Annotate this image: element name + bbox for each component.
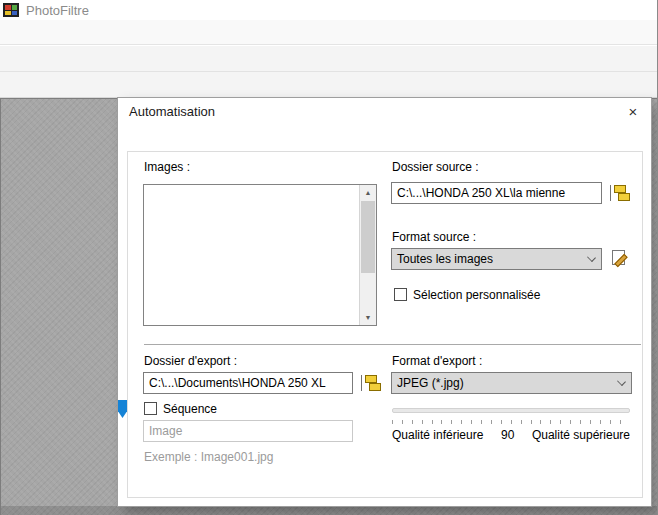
photofiltre-window: PhotoFiltre Automatisation × Images : ▲ … <box>0 0 658 515</box>
chevron-down-icon <box>587 253 596 262</box>
menu-bar <box>0 20 658 45</box>
browse-export-folder-icon[interactable] <box>361 375 380 391</box>
title-bar: PhotoFiltre <box>0 0 658 20</box>
images-label: Images : <box>144 160 190 174</box>
automatisation-dialog: Automatisation × Images : ▲ ▼ Dossier so… <box>118 98 651 506</box>
source-folder-field[interactable]: C:\...\HONDA 250 XL\la mienne <box>391 182 602 204</box>
scroll-up-icon[interactable]: ▲ <box>360 185 376 200</box>
sequence-checkbox[interactable] <box>144 402 157 415</box>
app-logo-icon <box>3 3 19 17</box>
images-listbox[interactable]: ▲ ▼ <box>143 184 377 326</box>
chevron-down-icon <box>617 377 626 386</box>
workspace-bottom-band <box>1 506 658 515</box>
source-format-select[interactable]: Toutes les images <box>391 248 602 270</box>
quality-slider-track[interactable] <box>392 408 630 413</box>
sequence-name-field[interactable]: Image <box>143 420 353 442</box>
main-toolbar <box>0 46 658 72</box>
sequence-example-text: Exemple : Image001.jpg <box>144 450 273 464</box>
list-scrollbar[interactable]: ▲ ▼ <box>359 185 376 325</box>
custom-selection-label: Sélection personnalisée <box>413 288 540 302</box>
export-format-label: Format d'export : <box>392 354 482 368</box>
quality-slider-thumb[interactable] <box>118 400 127 418</box>
custom-selection-checkbox[interactable] <box>394 288 407 301</box>
close-icon[interactable]: × <box>624 102 642 120</box>
quality-value: 90 <box>501 428 514 442</box>
export-format-select[interactable]: JPEG (*.jpg) <box>391 372 632 394</box>
quality-low-label: Qualité inférieure <box>392 428 483 442</box>
quality-high-label: Qualité supérieure <box>532 428 630 442</box>
browse-source-folder-icon[interactable] <box>610 185 629 201</box>
adjust-toolbar <box>0 72 658 98</box>
section-divider <box>144 344 641 345</box>
window-title: PhotoFiltre <box>26 3 89 18</box>
scroll-down-icon[interactable]: ▼ <box>360 310 376 325</box>
scroll-thumb[interactable] <box>361 201 375 273</box>
sequence-label: Séquence <box>163 402 217 416</box>
source-folder-label: Dossier source : <box>392 160 479 174</box>
slider-ticks <box>392 420 630 424</box>
edit-formats-icon[interactable] <box>612 250 625 265</box>
source-format-label: Format source : <box>392 230 476 244</box>
dialog-title: Automatisation <box>129 104 215 119</box>
export-folder-field[interactable]: C:\...\Documents\HONDA 250 XL <box>143 372 353 394</box>
export-folder-label: Dossier d'export : <box>144 354 237 368</box>
